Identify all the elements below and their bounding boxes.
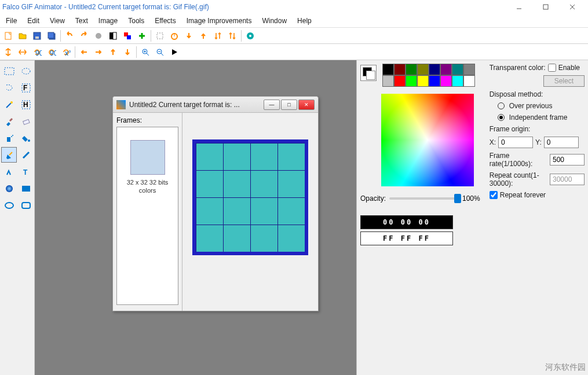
menu-window[interactable]: Window [257,16,291,26]
rotate-x-button[interactable]: x° [59,45,73,59]
doc-minimize-button[interactable]: — [264,100,280,110]
color-swatch[interactable] [394,64,406,75]
color-swatch[interactable] [429,75,440,87]
gradient-tool[interactable] [1,181,17,196]
y-input[interactable] [544,137,579,148]
document-window[interactable]: Untitled2 Current target format is: ... … [112,96,319,311]
menu-image[interactable]: Image [94,16,122,26]
invert-button[interactable] [106,29,120,43]
rect-select-tool[interactable] [1,63,17,79]
color-swatch[interactable] [382,75,394,87]
ellipse-select-tool[interactable] [18,63,34,79]
add-frame-button[interactable] [135,29,149,43]
new-file-button[interactable] [1,29,15,43]
arrow-up-button[interactable] [196,29,210,43]
slider-thumb[interactable] [454,194,461,203]
font-select-tool[interactable]: F [18,80,34,95]
color-section [360,64,480,87]
hex-black[interactable]: 00 00 00 [360,215,453,229]
save-all-button[interactable] [45,29,59,43]
magic-wand-tool[interactable] [1,97,17,112]
color-picker[interactable] [381,94,474,186]
color-swatch[interactable] [440,75,452,87]
eraser-tool[interactable] [18,113,34,129]
color-swatch[interactable] [452,75,463,87]
brush-tool[interactable] [1,113,17,129]
move-right-button[interactable] [92,45,105,59]
menu-file[interactable]: File [1,16,21,26]
close-button[interactable] [559,0,586,14]
menu-view[interactable]: View [45,16,70,26]
image-canvas[interactable] [192,139,308,255]
color-swatch[interactable] [406,75,417,87]
doc-close-button[interactable]: ✕ [298,100,315,110]
lasso-tool[interactable] [1,80,17,95]
menu-help[interactable]: Help [293,16,316,26]
arrow-down-button[interactable] [182,29,196,43]
crop-button[interactable] [153,29,167,43]
color-swatch[interactable] [452,64,463,75]
move-down-button[interactable] [120,45,134,59]
zoom-in-button[interactable] [138,45,152,59]
over-previous-radio[interactable] [498,102,505,109]
arrows-updown-button[interactable] [211,29,225,43]
undo-button[interactable] [63,29,76,43]
color-swatch[interactable] [406,64,417,75]
target-button[interactable] [243,29,257,43]
maximize-button[interactable] [532,0,559,14]
play-button[interactable] [167,45,181,59]
fill-tool[interactable] [18,130,34,146]
timer-button[interactable] [167,29,181,43]
text-tool[interactable]: T [18,164,34,179]
height-select-tool[interactable]: H [18,97,34,112]
color-swatch[interactable] [382,64,394,75]
independent-radio[interactable] [498,114,505,121]
flip-h-button[interactable] [16,45,30,59]
menu-edit[interactable]: Edit [23,16,44,26]
color-swatch[interactable] [440,64,452,75]
minimize-button[interactable] [506,0,532,14]
roundrect-shape-tool[interactable] [18,197,34,213]
rect-shape-tool[interactable] [18,181,34,196]
flip-updown-button[interactable] [225,29,239,43]
fg-bg-swatch[interactable] [360,65,377,81]
rotate-ccw-button[interactable]: 90° [30,45,44,59]
move-up-button[interactable] [106,45,120,59]
flip-v-button[interactable] [1,45,15,59]
color-swatch[interactable] [429,64,440,75]
pencil-tool[interactable] [18,147,34,163]
zoom-out-button[interactable] [153,45,167,59]
clone-tool[interactable] [1,164,17,179]
hex-white[interactable]: FF FF FF [360,231,453,245]
pen-tool[interactable] [1,147,17,163]
save-button[interactable] [30,29,44,43]
frame-thumbnail[interactable] [130,140,165,175]
menu-effects[interactable]: Effects [150,16,180,26]
document-titlebar[interactable]: Untitled2 Current target format is: ... … [113,97,318,113]
color-swatch[interactable] [417,64,429,75]
color-swatch[interactable] [417,75,429,87]
rotate-cw-button[interactable]: 90° [45,45,59,59]
desaturate-button[interactable] [92,29,105,43]
open-file-button[interactable] [16,29,30,43]
frames-list[interactable]: 32 x 32 32 bits colors [116,127,178,305]
color-swatch[interactable] [463,64,475,75]
enable-checkbox[interactable] [548,64,556,72]
menu-text[interactable]: Text [71,16,93,26]
move-left-button[interactable] [77,45,91,59]
doc-maximize-button[interactable]: □ [281,100,297,110]
spray-tool[interactable] [1,130,17,146]
opacity-slider[interactable] [389,197,459,200]
redo-button[interactable] [77,29,91,43]
menu-improvements[interactable]: Image Improvements [182,16,257,26]
repeat-forever-checkbox[interactable] [490,191,498,199]
menu-tools[interactable]: Tools [123,16,149,26]
frame-rate-input[interactable] [550,154,585,166]
select-button[interactable]: Select [543,75,585,87]
ellipse-shape-tool[interactable] [1,197,17,213]
x-input[interactable] [498,137,533,148]
repeat-count-input[interactable] [550,174,585,185]
color-swap-button[interactable] [120,29,134,43]
color-swatch[interactable] [394,75,406,87]
color-swatch[interactable] [463,75,475,87]
